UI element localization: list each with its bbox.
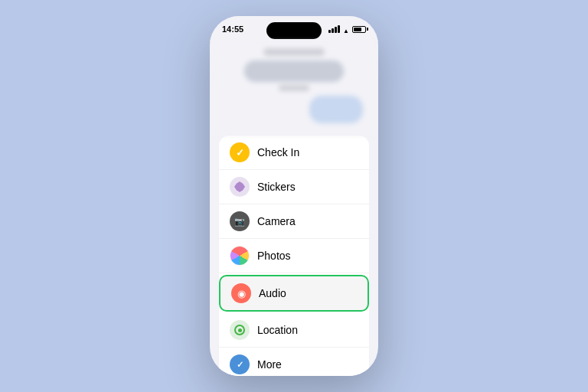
menu-item-camera[interactable]: 📷 Camera — [219, 204, 369, 239]
photos-icon — [230, 246, 250, 266]
menu-item-stickers[interactable]: Stickers — [219, 170, 369, 204]
status-time: 14:55 — [222, 24, 243, 34]
contact-name-blurred — [263, 48, 325, 56]
phone-frame: 14:55 Check In — [210, 16, 378, 376]
camera-icon: 📷 — [230, 211, 250, 231]
location-label: Location — [257, 324, 298, 336]
camera-label: Camera — [257, 215, 296, 227]
message-bubble-blurred — [244, 60, 344, 82]
signal-icon — [328, 25, 340, 33]
battery-icon — [352, 26, 366, 33]
menu-item-audio[interactable]: Audio — [219, 275, 369, 312]
more-icon: ✓ — [230, 354, 250, 374]
status-bar: 14:55 — [210, 16, 378, 42]
dynamic-island — [266, 22, 322, 39]
checkin-icon — [230, 142, 250, 162]
reply-bubble-blurred — [309, 96, 363, 123]
checkin-label: Check In — [257, 146, 299, 158]
stickers-icon — [230, 177, 250, 197]
status-icons — [328, 22, 366, 36]
attachment-menu: Check In Stickers 📷 Camera Photos — [219, 136, 369, 376]
photos-label: Photos — [257, 250, 291, 262]
audio-label: Audio — [259, 287, 286, 299]
menu-item-checkin[interactable]: Check In — [219, 136, 369, 170]
chat-background — [210, 42, 378, 136]
menu-item-more[interactable]: ✓ More — [219, 348, 369, 376]
wifi-icon — [343, 22, 349, 36]
menu-item-photos[interactable]: Photos — [219, 239, 369, 273]
audio-icon — [231, 283, 251, 303]
menu-item-location[interactable]: Location — [219, 313, 369, 348]
stickers-label: Stickers — [257, 181, 296, 193]
message-time-blurred — [279, 85, 309, 91]
more-label: More — [257, 358, 282, 371]
location-icon — [230, 320, 250, 340]
